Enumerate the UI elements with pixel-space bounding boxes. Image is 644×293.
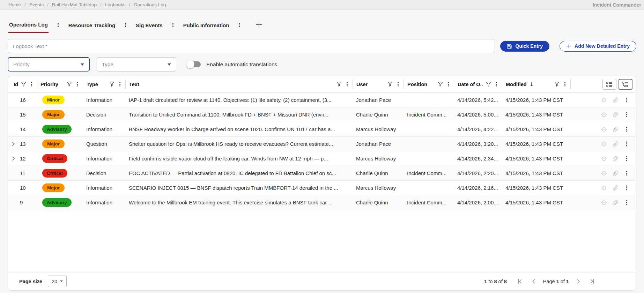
locate-target-icon[interactable] [601,200,607,206]
column-menu-icon[interactable] [494,82,499,87]
type-select[interactable]: Type [97,57,176,72]
row-menu-icon[interactable] [624,112,630,118]
row-menu-icon[interactable] [624,200,630,205]
row-menu-icon[interactable] [624,185,630,191]
cell-position: Incident Comm... [404,200,454,205]
tab-public-information[interactable]: Public Information [182,17,246,33]
table-empty-space [8,210,636,272]
expand-row-chevron-icon[interactable] [10,156,16,161]
page-size-select[interactable]: 20 [48,276,67,287]
column-menu-icon[interactable] [117,82,123,87]
filter-icon[interactable] [67,82,72,87]
row-menu-icon[interactable] [624,126,630,132]
quick-entry-button[interactable]: Quick Entry [500,41,549,52]
cell-priority: Major [37,110,83,119]
column-label[interactable]: Date of O... [458,82,483,87]
attachment-paperclip-icon[interactable] [612,156,619,162]
column-label[interactable]: Type [87,82,98,87]
row-menu-icon[interactable] [624,141,630,147]
filter-icon[interactable] [554,82,560,87]
locate-target-icon[interactable] [601,185,607,191]
next-page-button[interactable] [574,277,583,286]
column-label[interactable]: Id [14,82,18,87]
column-label[interactable]: Text [129,82,139,87]
priority-select-label: Priority [13,61,30,67]
page-of-word: of [561,279,565,284]
attachment-paperclip-icon[interactable] [612,97,619,103]
cell-text: EOC ACTIVATED — Partial activation at 08… [125,170,353,176]
filter-icon[interactable] [486,82,491,87]
tab-menu-icon[interactable] [237,22,242,28]
column-label[interactable]: Modified [506,82,527,87]
row-menu-icon[interactable] [624,156,630,161]
column-header-position: Position [404,80,454,89]
previous-page-button[interactable] [529,277,538,286]
filter-icon[interactable] [21,82,26,87]
filter-icon[interactable] [336,82,342,87]
tab-menu-icon[interactable] [55,22,61,28]
tab-menu-icon[interactable] [170,22,176,28]
table-row[interactable]: 10 Major Information SCENARIO INJECT 081… [8,181,636,195]
column-label[interactable]: User [356,82,368,87]
column-label[interactable]: Position [407,82,427,87]
priority-select[interactable]: Priority [8,57,90,72]
tab-sig-events[interactable]: Sig Events [134,17,179,33]
attachment-paperclip-icon[interactable] [612,112,619,118]
column-menu-icon[interactable] [446,82,451,87]
filter-icon[interactable] [109,82,114,87]
attachment-paperclip-icon[interactable] [612,126,619,133]
breadcrumb-event-name[interactable]: Rail HazMat Tabletop [52,2,97,7]
filter-icon[interactable] [438,82,443,87]
table-row[interactable]: 11 Critical Decision EOC ACTIVATED — Par… [8,166,636,181]
add-detailed-entry-button[interactable]: Add New Detailed Entry [560,41,636,52]
breadcrumb-events[interactable]: Events [29,2,44,7]
column-menu-icon[interactable] [29,82,34,87]
logbook-text-input[interactable] [8,39,495,53]
tree-list-view-button[interactable] [619,79,632,90]
locate-target-icon[interactable] [601,112,607,118]
row-menu-icon[interactable] [624,97,630,103]
cell-date: 4/14/2026, 2:16... [454,185,502,191]
attachment-paperclip-icon[interactable] [612,200,619,206]
table-row[interactable]: 12 Critical Information Field confirms v… [8,151,636,166]
column-label[interactable]: Priority [40,82,58,87]
tab-menu-icon[interactable] [123,22,128,28]
column-menu-icon[interactable] [562,82,568,87]
cell-priority: Minor [37,96,83,104]
cell-priority: Major [37,183,83,192]
tab-operations-log[interactable]: Operations Log [8,17,64,33]
column-menu-icon[interactable] [345,82,350,87]
locate-target-icon[interactable] [601,97,607,103]
tab-resource-tracking[interactable]: Resource Tracking [67,17,132,33]
attachment-paperclip-icon[interactable] [612,170,619,176]
row-menu-icon[interactable] [624,170,630,176]
cell-date: 4/14/2026, 2:00... [454,200,502,205]
add-tab-button[interactable] [253,19,265,31]
translations-toggle[interactable] [187,61,201,67]
page-total: 1 [566,279,569,284]
locate-target-icon[interactable] [601,141,607,147]
last-page-button[interactable] [588,277,597,286]
locate-target-icon[interactable] [601,126,607,133]
sort-desc-icon[interactable]: ↓ [530,81,534,88]
column-menu-icon[interactable] [395,82,401,87]
breadcrumb-home[interactable]: Home [8,2,21,7]
expand-row-chevron-icon[interactable] [10,142,16,146]
cell-type: Information [83,97,125,103]
locate-target-icon[interactable] [601,170,607,176]
attachment-paperclip-icon[interactable] [612,141,619,147]
table-row[interactable]: 15 Major Decision Transition to Unified … [8,107,636,122]
first-page-button[interactable] [515,277,524,286]
row-actions [570,141,634,147]
column-menu-icon[interactable] [75,82,80,87]
table-row[interactable]: 13 Major Question Shelter question for O… [8,137,636,151]
column-header-priority: Priority [37,80,83,89]
flat-list-view-button[interactable] [602,79,616,90]
locate-target-icon[interactable] [601,156,607,162]
filter-icon[interactable] [387,82,393,87]
table-row[interactable]: 16 Minor Information IAP-1 draft circula… [8,93,636,107]
breadcrumb-logbooks[interactable]: Logbooks [105,2,126,7]
attachment-paperclip-icon[interactable] [612,185,619,191]
table-row[interactable]: 9 Advisory Information Welcome to the Mi… [8,195,636,210]
table-row[interactable]: 14 Advisory Information BNSF Roadway Wor… [8,122,636,137]
